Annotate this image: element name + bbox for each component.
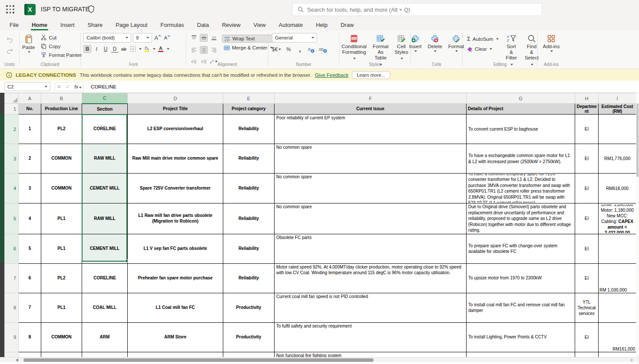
cell[interactable]: To install Lighting, Power Points & CCTV [467, 322, 575, 352]
cell[interactable]: CORELINE [82, 263, 128, 293]
strikethrough-button[interactable]: ab [120, 45, 128, 53]
font-color-icon[interactable]: A [157, 45, 165, 53]
cell[interactable] [599, 234, 636, 263]
cell[interactable]: Due to Original drive (Simovert) parts o… [467, 203, 575, 234]
currency-format-icon[interactable]: $€ [272, 46, 281, 53]
insert-function-icon[interactable]: fx [74, 84, 82, 89]
number-format-select[interactable]: General [272, 33, 317, 43]
cell[interactable]: ARM [82, 322, 128, 352]
search-bar[interactable]: Search for tools, help, and more (Alt + … [292, 3, 542, 16]
excel-logo-icon[interactable]: X [24, 4, 36, 15]
cell[interactable]: Reliability [223, 144, 275, 174]
protection-shield-icon[interactable] [88, 5, 95, 13]
format-painter-button[interactable]: Format Painter [39, 51, 83, 59]
row-header-6[interactable]: 6 [5, 234, 19, 263]
formula-input[interactable]: CORELINE [91, 84, 116, 89]
cell[interactable] [19, 352, 41, 357]
cell[interactable]: CEMENT MILL [82, 174, 128, 203]
cell[interactable]: EI [575, 144, 599, 174]
cell[interactable]: EI [575, 322, 599, 352]
cell[interactable]: To install coal mill fan FC and remove c… [467, 293, 575, 322]
col-header-F[interactable]: F [275, 93, 467, 104]
tab-data[interactable]: Data [196, 20, 210, 30]
cancel-entry-icon[interactable]: ✕ [57, 84, 61, 90]
cell[interactable]: To convert current ESP to baghouse [467, 115, 575, 144]
learn-more-button[interactable]: Learn more... [352, 71, 390, 79]
cell[interactable]: Preheater fan spare motor purchase [128, 263, 223, 293]
cell[interactable]: 2 [19, 144, 41, 174]
cell[interactable]: 1 [19, 115, 41, 144]
row-header-5[interactable]: 5 [5, 203, 19, 234]
cell[interactable]: 5 [19, 234, 41, 263]
scroll-right-arrow-icon[interactable] [631, 358, 633, 362]
tab-share[interactable]: Share [87, 20, 104, 30]
double-underline-button[interactable]: D [111, 46, 119, 52]
cell[interactable]: PL2 [41, 115, 82, 144]
cell[interactable]: Reliability [223, 203, 275, 234]
cell[interactable]: RM618,000 [599, 174, 636, 203]
horizontal-scrollbar[interactable] [0, 357, 639, 362]
give-feedback-link[interactable]: Give Feedback [315, 72, 348, 78]
cell[interactable]: 6 [19, 263, 41, 293]
increase-font-size-icon[interactable]: A [154, 34, 162, 42]
cell[interactable]: To prepare spare FC with change-over sys… [467, 234, 575, 263]
cell[interactable]: No common spare [275, 144, 467, 174]
copy-button[interactable]: Copy [39, 43, 83, 50]
cell[interactable]: COMMON [41, 174, 82, 203]
undo-icon[interactable] [6, 36, 13, 43]
cell[interactable]: No common spare [275, 174, 467, 203]
worksheet[interactable]: A B C D E F G H I 1 No. Production Line … [4, 93, 636, 357]
cell[interactable]: 3 [19, 174, 41, 203]
cell[interactable]: Poor reliability of current EP system [275, 115, 467, 144]
cell[interactable]: Reliability [223, 115, 275, 144]
col-header-B[interactable]: B [41, 93, 82, 104]
wrap-text-button[interactable]: Wrap Text [222, 35, 275, 43]
header-production-line[interactable]: Production Line [41, 104, 82, 115]
col-header-D[interactable]: D [128, 93, 223, 104]
col-header-A[interactable]: A [19, 93, 41, 104]
tab-view[interactable]: View [253, 20, 267, 30]
col-header-H[interactable]: H [575, 93, 599, 104]
tab-help[interactable]: Help [315, 20, 328, 30]
cell[interactable]: L2 ESP coversion/overhaul [128, 115, 223, 144]
header-section[interactable]: Section [82, 104, 128, 115]
row-header-1[interactable]: 1 [5, 104, 19, 115]
align-left-icon[interactable] [190, 46, 198, 54]
align-center-icon[interactable] [200, 46, 208, 54]
cell[interactable] [128, 352, 223, 357]
cell[interactable]: EI [575, 174, 599, 203]
align-right-icon[interactable] [210, 46, 218, 54]
header-no[interactable]: No. [19, 104, 41, 115]
row-header-3[interactable]: 3 [5, 144, 19, 174]
cell[interactable]: COMMON [41, 144, 82, 174]
active-cell[interactable]: CORELINE [82, 115, 128, 144]
cell[interactable]: Non functional fire fighting system [275, 352, 467, 357]
cell[interactable]: To upsize motor from 1970 to 2300kW [467, 263, 575, 293]
increase-decimal-icon[interactable]: .0 [307, 46, 315, 53]
tab-page-layout[interactable]: Page Layout [115, 20, 148, 30]
tab-review[interactable]: Review [221, 20, 242, 30]
font-family-select[interactable]: Calibri (bold) [83, 33, 131, 43]
select-all-corner[interactable] [5, 93, 19, 104]
cell[interactable]: PL1 [41, 293, 82, 322]
cell[interactable]: Obsolete FC parts [275, 234, 467, 263]
tab-home[interactable]: Home [31, 20, 48, 30]
font-size-select[interactable]: 9 [133, 33, 152, 43]
cell[interactable]: EI [575, 115, 599, 144]
align-top-icon[interactable] [190, 34, 198, 42]
header-department[interactable]: Department [575, 104, 599, 115]
cell[interactable]: RM1,776,000 [599, 144, 636, 174]
col-header-C[interactable]: C [82, 93, 128, 104]
comma-format-icon[interactable]: , [296, 46, 304, 53]
cell[interactable]: EI [575, 234, 599, 263]
cell[interactable] [223, 352, 275, 357]
row-header-10[interactable]: 10 [5, 352, 19, 357]
borders-icon[interactable] [129, 45, 137, 53]
cell[interactable]: PL2 [41, 263, 82, 293]
header-project-title[interactable]: Project Title [128, 104, 223, 115]
cell[interactable]: PL1 [41, 234, 82, 263]
cell[interactable]: L1 V sep fan FC parts obsolete [128, 234, 223, 263]
cell[interactable]: Raw Mill main drive motor common spare [128, 144, 223, 174]
cell[interactable]: To have a common temporary spare for 725… [467, 174, 575, 203]
fill-color-icon[interactable] [143, 45, 151, 53]
